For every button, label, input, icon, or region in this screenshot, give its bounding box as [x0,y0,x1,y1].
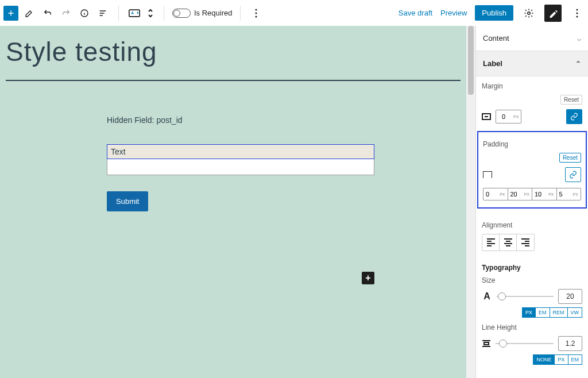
margin-value-input[interactable] [496,113,511,120]
svg-point-5 [256,16,257,17]
more-menu-icon[interactable] [570,6,585,21]
svg-point-3 [256,9,257,10]
typography-section: Typography Size A 20 PX EM REM VW Line H… [476,258,588,372]
padding-unit: PX [524,192,529,196]
padding-values-grid: PX PX PX PX [483,188,581,200]
is-required-toggle[interactable]: Is Required [172,9,232,18]
size-label: Size [482,276,582,284]
alignment-group [482,234,535,251]
padding-bottom-input[interactable] [535,191,545,198]
edit-icon[interactable] [22,6,37,21]
margin-unit: PX [511,115,521,119]
svg-point-4 [256,12,257,14]
padding-bottom-cell[interactable]: PX [532,188,557,200]
svg-point-9 [577,16,578,17]
padding-left-input[interactable] [559,191,570,198]
settings-icon[interactable] [521,6,536,21]
alignment-section: Alignment [476,215,588,258]
label-panel-header[interactable]: Label ⌃ [476,51,588,76]
svg-point-8 [577,12,578,14]
padding-unit: PX [573,192,578,196]
alignment-title: Alignment [482,221,582,229]
margin-box-icon [482,113,491,120]
text-field-block[interactable]: Text [107,144,374,175]
size-value-box[interactable]: 20 [558,289,582,304]
size-letter-icon: A [482,291,492,302]
append-block-button[interactable]: + [362,272,374,284]
canvas[interactable]: Style testing Hidden Field: post_id Text… [0,26,466,378]
align-left-button[interactable] [482,234,500,250]
preview-link[interactable]: Preview [440,9,467,17]
scrollbar-thumb[interactable] [468,26,474,95]
svg-point-7 [577,9,578,10]
margin-title: Margin [482,82,582,90]
lineheight-unit-tabs: NONE PX EM [482,354,582,365]
publish-button[interactable]: Publish [475,5,513,21]
canvas-scrollbar[interactable] [466,26,475,378]
submit-button[interactable]: Submit [107,191,148,211]
topbar-left-group: A Is Required [3,6,264,21]
padding-left-cell[interactable]: PX [557,188,581,200]
lineheight-value-box[interactable]: 1.2 [558,336,582,351]
save-draft-link[interactable]: Save draft [399,9,432,17]
chevron-up-icon: ⌃ [575,60,581,68]
editor-main: Style testing Hidden Field: post_id Text… [0,26,588,378]
topbar-divider [164,6,164,21]
align-right-button[interactable] [517,234,534,250]
topbar-divider [240,6,241,21]
style-panel-toggle[interactable] [544,5,562,22]
size-unit-rem[interactable]: REM [550,307,568,318]
hidden-field-label[interactable]: Hidden Field: post_id [107,115,466,125]
padding-title: Padding [483,140,581,148]
add-block-button[interactable] [3,6,18,21]
margin-reset-button[interactable]: Reset [560,95,582,105]
size-unit-px[interactable]: PX [522,307,536,318]
undo-button[interactable] [40,6,55,21]
size-unit-tabs: PX EM REM VW [482,307,582,318]
info-icon[interactable] [77,6,92,21]
block-type-icon[interactable]: A [127,6,142,21]
more-options-icon[interactable] [249,6,264,21]
form-area: Hidden Field: post_id Text Submit [0,81,466,211]
redo-button[interactable] [59,6,74,21]
page-title[interactable]: Style testing [0,26,466,80]
padding-unit: PX [548,192,554,196]
lh-unit-em[interactable]: EM [568,354,583,365]
text-field-label[interactable]: Text [107,144,374,159]
size-slider-thumb[interactable] [498,292,506,300]
padding-right-cell[interactable]: PX [508,188,533,200]
align-center-button[interactable] [500,234,517,250]
label-panel-title: Label [483,59,502,68]
content-panel-title: Content [483,34,509,43]
padding-right-input[interactable] [510,191,521,198]
lh-unit-px[interactable]: PX [554,354,568,365]
svg-text:A: A [131,11,134,15]
lh-unit-none[interactable]: NONE [533,354,555,365]
editor-topbar: A Is Required Save draft Preview Publish [0,0,588,26]
padding-reset-button[interactable]: Reset [559,153,581,163]
outline-icon[interactable] [95,6,110,21]
lineheight-slider[interactable] [496,343,554,344]
padding-side-icon [483,171,492,178]
margin-input[interactable]: PX [496,110,521,124]
margin-link-button[interactable] [566,109,582,124]
content-panel-header[interactable]: Content ⌵ [476,26,588,51]
padding-link-button[interactable] [565,167,581,182]
lineheight-label: Line Height [482,323,582,331]
move-updown-icon[interactable] [145,6,156,21]
padding-top-cell[interactable]: PX [483,188,508,200]
margin-section: Margin Reset PX [476,76,588,131]
lineheight-slider-thumb[interactable] [499,340,507,348]
topbar-right-group: Save draft Preview Publish [399,5,585,22]
typography-title: Typography [482,264,582,272]
size-slider[interactable] [497,296,554,297]
size-unit-em[interactable]: EM [535,307,550,318]
is-required-label: Is Required [194,9,232,17]
topbar-divider [118,6,119,21]
lineheight-icon [482,340,491,347]
size-unit-vw[interactable]: VW [567,307,583,318]
text-field-input[interactable] [107,159,374,175]
chevron-down-icon: ⌵ [577,34,581,43]
padding-top-input[interactable] [486,191,496,198]
svg-point-6 [528,11,531,14]
